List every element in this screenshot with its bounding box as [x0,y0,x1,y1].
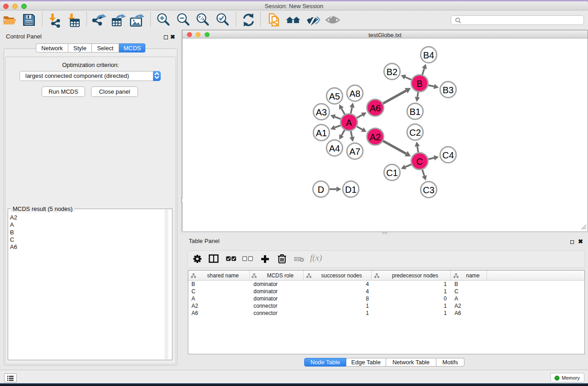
svg-text:D1: D1 [345,185,357,195]
svg-text:A8: A8 [349,89,360,99]
svg-text:B2: B2 [387,67,397,77]
svg-text:B3: B3 [443,85,454,95]
svg-text:B4: B4 [423,50,434,60]
svg-text:A: A [346,118,352,128]
svg-text:B: B [416,79,422,89]
svg-text:A2: A2 [370,132,381,142]
svg-text:C2: C2 [409,128,421,138]
svg-text:C3: C3 [423,185,435,195]
svg-text:A6: A6 [370,103,381,113]
svg-text:C: C [416,157,423,167]
svg-text:B1: B1 [410,107,421,117]
svg-text:A7: A7 [349,147,360,157]
svg-text:A5: A5 [329,91,340,101]
svg-text:C1: C1 [386,168,398,178]
svg-text:A3: A3 [316,107,327,117]
svg-text:A1: A1 [316,128,327,138]
svg-text:C4: C4 [442,150,454,160]
svg-text:A4: A4 [329,143,340,153]
svg-text:D: D [318,185,324,195]
